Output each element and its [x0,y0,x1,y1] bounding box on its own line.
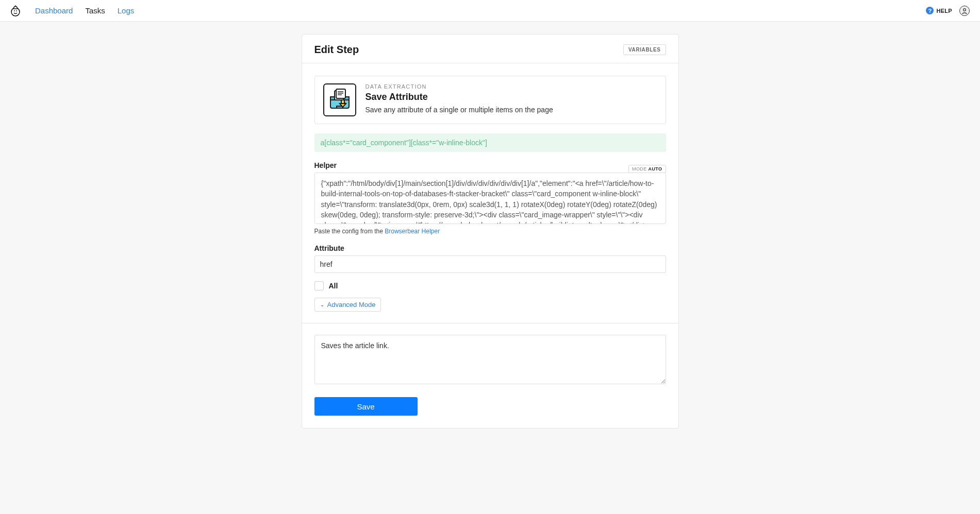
comment-textarea[interactable] [314,335,666,384]
topbar-left: Dashboard Tasks Logs [10,5,134,16]
all-label: All [329,282,338,290]
selector-preview: a[class*="card_component"][class*="w-inl… [314,133,666,152]
helper-label: Helper [314,161,337,169]
help-label: HELP [936,8,952,14]
attribute-input[interactable] [314,255,666,273]
mode-value: AUTO [649,166,662,172]
nav-dashboard[interactable]: Dashboard [35,6,73,15]
svg-rect-8 [336,89,345,98]
all-checkbox-row: All [314,281,666,290]
mode-label-prefix: MODE [632,166,647,172]
nav-logs[interactable]: Logs [118,6,135,15]
mode-badge[interactable]: MODE AUTO [628,165,666,173]
nav-tasks[interactable]: Tasks [85,6,105,15]
logo-icon[interactable] [10,5,21,16]
step-description: Save any attribute of a single or multip… [366,106,553,114]
help-icon: ? [926,7,934,14]
attribute-label: Attribute [314,244,666,252]
step-name: Save Attribute [366,92,553,102]
variables-button[interactable]: VARIABLES [623,44,666,55]
step-category: DATA EXTRACTION [366,83,553,90]
avatar[interactable] [959,6,970,16]
topbar: Dashboard Tasks Logs ? HELP [0,0,980,22]
svg-point-3 [964,8,966,11]
card-header: Edit Step VARIABLES [302,35,678,63]
helper-hint: Paste the config from the Browserbear He… [314,228,666,235]
svg-point-1 [14,10,15,11]
save-attribute-icon [323,83,356,116]
helper-hint-link[interactable]: Browserbear Helper [385,228,440,235]
all-checkbox[interactable] [314,281,324,290]
svg-rect-12 [341,100,344,104]
save-button[interactable]: Save [314,397,418,416]
card-body: DATA EXTRACTION Save Attribute Save any … [302,63,678,428]
advanced-mode-label: Advanced Mode [327,301,376,309]
divider [302,323,678,323]
chevron-down-icon: ⌄ [320,302,324,307]
help-button[interactable]: ? HELP [926,7,952,14]
svg-point-2 [16,10,17,11]
topbar-right: ? HELP [926,6,970,16]
edit-step-card: Edit Step VARIABLES [302,34,679,429]
page-title: Edit Step [314,44,359,56]
advanced-mode-button[interactable]: ⌄ Advanced Mode [314,298,381,312]
helper-hint-text: Paste the config from the [314,228,385,235]
helper-textarea[interactable] [314,173,666,224]
nav-links: Dashboard Tasks Logs [35,6,134,15]
step-summary-box: DATA EXTRACTION Save Attribute Save any … [314,76,666,124]
page: Edit Step VARIABLES [0,22,980,449]
step-meta: DATA EXTRACTION Save Attribute Save any … [366,83,553,114]
